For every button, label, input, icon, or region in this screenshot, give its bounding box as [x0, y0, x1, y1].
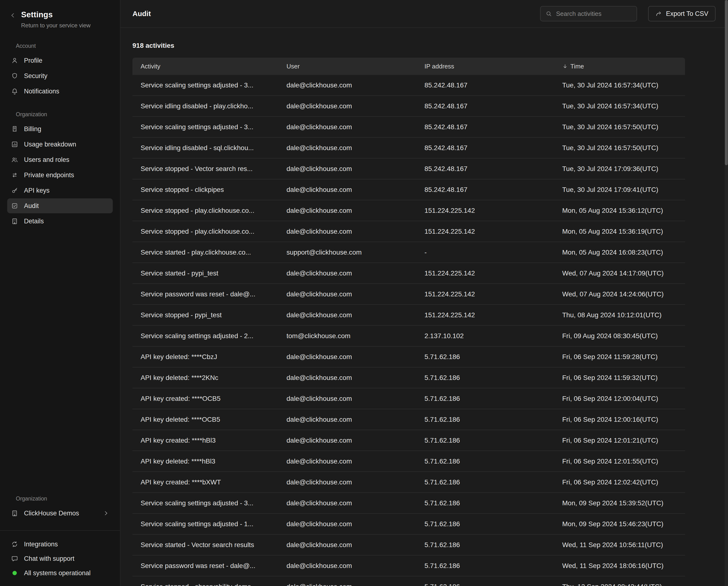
shield-icon [11, 72, 18, 79]
sidebar-item-label: Details [24, 218, 44, 225]
cell-ip-address: 151.224.225.142 [416, 228, 554, 235]
sidebar-item-users-and-roles[interactable]: Users and roles [7, 152, 113, 167]
audit-icon [11, 202, 18, 210]
cell-time: Fri, 06 Sep 2024 11:59:32(UTC) [554, 374, 685, 382]
sidebar-item-label: Security [24, 72, 48, 80]
cell-time: Wed, 07 Aug 2024 14:17:09(UTC) [554, 269, 685, 277]
cell-activity: API key created: ****bXWT [132, 479, 278, 486]
activities-count: 918 activities [132, 42, 728, 49]
sidebar-item-label: API keys [24, 187, 50, 194]
sidebar-item-details[interactable]: Details [7, 214, 113, 229]
cell-user: dale@clickhouse.com [278, 102, 416, 110]
cell-user: dale@clickhouse.com [278, 374, 416, 382]
cell-ip-address: 5.71.62.186 [416, 416, 554, 423]
table-row: Service scaling settings adjusted - 3...… [132, 75, 685, 96]
sidebar-subtitle: Return to your service view [21, 22, 90, 29]
sidebar-item-notifications[interactable]: Notifications [7, 84, 113, 99]
cell-activity: Service started - pypi_test [132, 269, 278, 277]
cell-time: Mon, 05 Aug 2024 15:36:19(UTC) [554, 228, 685, 235]
app: Settings Return to your service view Acc… [0, 0, 728, 586]
export-csv-button[interactable]: Export To CSV [648, 6, 716, 21]
table-row: API key deleted: ****OCB5dale@clickhouse… [132, 409, 685, 430]
sidebar-item-chat-with-support[interactable]: Chat with support [7, 552, 113, 566]
table-row: Service idling disabled - sql.clickhou..… [132, 138, 685, 158]
cell-user: dale@clickhouse.com [278, 186, 416, 194]
sidebar-item-all-systems-operational[interactable]: All systems operational [7, 566, 113, 580]
cell-activity: Service scaling settings adjusted - 2... [132, 332, 278, 340]
integrations-icon [11, 541, 18, 548]
user-icon [11, 57, 18, 64]
sidebar-item-security[interactable]: Security [7, 69, 113, 83]
cell-user: dale@clickhouse.com [278, 81, 416, 89]
cell-activity: Service started - Vector search results [132, 541, 278, 549]
sidebar-item-private-endpoints[interactable]: Private endpoints [7, 168, 113, 182]
cell-ip-address: 151.224.225.142 [416, 290, 554, 298]
cell-activity: API key deleted: ****OCB5 [132, 416, 278, 423]
users-icon [11, 156, 18, 163]
cell-activity: Service idling disabled - play.clickho..… [132, 102, 278, 110]
sidebar-item-label: Private endpoints [24, 171, 74, 179]
table-row: Service stopped - play.clickhouse.co...d… [132, 221, 685, 242]
cell-ip-address: 85.242.48.167 [416, 123, 554, 131]
sort-desc-icon [562, 64, 568, 69]
back-button[interactable] [9, 12, 16, 19]
cell-ip-address: 5.71.62.186 [416, 479, 554, 486]
cell-user: dale@clickhouse.com [278, 499, 416, 507]
cell-user: dale@clickhouse.com [278, 353, 416, 361]
cell-time: Fri, 06 Sep 2024 12:00:16(UTC) [554, 416, 685, 423]
table-row: Service scaling settings adjusted - 1...… [132, 514, 685, 535]
sidebar-item-label: Notifications [24, 88, 59, 95]
sidebar-item-label: Users and roles [24, 156, 69, 164]
cell-activity: Service stopped - Vector search res... [132, 165, 278, 173]
sidebar-item-audit[interactable]: Audit [7, 198, 113, 213]
table-row: Service stopped - pypi_testdale@clickhou… [132, 305, 685, 326]
cell-time: Mon, 09 Sep 2024 15:46:23(UTC) [554, 520, 685, 528]
table-row: Service password was reset - dale@...dal… [132, 556, 685, 577]
cell-time: Tue, 30 Jul 2024 17:09:41(UTC) [554, 186, 685, 194]
table-row: API key created: ****bXWTdale@clickhouse… [132, 472, 685, 493]
cell-user: dale@clickhouse.com [278, 416, 416, 423]
cell-user: dale@clickhouse.com [278, 541, 416, 549]
cell-ip-address: 85.242.48.167 [416, 144, 554, 152]
search-input[interactable] [556, 10, 632, 18]
cell-time: Wed, 11 Sep 2024 10:56:11(UTC) [554, 541, 685, 549]
column-header-ip-address[interactable]: IP address [416, 63, 554, 70]
billing-icon [11, 125, 18, 132]
cell-ip-address: 85.242.48.167 [416, 165, 554, 173]
cell-ip-address: 5.71.62.186 [416, 395, 554, 402]
table-row: Service idling disabled - play.clickho..… [132, 96, 685, 117]
sidebar-item-billing[interactable]: Billing [7, 122, 113, 137]
column-header-time[interactable]: Time [554, 63, 685, 70]
table-row: Service started - play.clickhouse.co...s… [132, 242, 685, 263]
org-switcher[interactable]: ClickHouse Demos [7, 506, 113, 521]
cell-ip-address: 5.71.62.186 [416, 458, 554, 465]
scrollbar[interactable] [725, 0, 728, 586]
export-icon [655, 10, 662, 17]
table-row: API key deleted: ****hBl3dale@clickhouse… [132, 451, 685, 472]
cell-activity: Service stopped - play.clickhouse.co... [132, 207, 278, 215]
org-building-icon [11, 510, 18, 517]
scrollbar-thumb[interactable] [725, 0, 728, 165]
cell-user: dale@clickhouse.com [278, 269, 416, 277]
cell-activity: Service started - play.clickhouse.co... [132, 249, 278, 256]
sidebar-item-usage-breakdown[interactable]: Usage breakdown [7, 137, 113, 152]
cell-user: dale@clickhouse.com [278, 437, 416, 444]
search-icon [545, 10, 552, 17]
sidebar-item-api-keys[interactable]: API keys [7, 183, 113, 198]
sidebar-item-profile[interactable]: Profile [7, 53, 113, 68]
cell-ip-address: 5.71.62.186 [416, 499, 554, 507]
cell-ip-address: 5.71.62.186 [416, 583, 554, 586]
cell-user: dale@clickhouse.com [278, 562, 416, 570]
cell-activity: Service stopped - pypi_test [132, 311, 278, 319]
column-header-activity[interactable]: Activity [132, 63, 278, 70]
cell-activity: API key deleted: ****hBl3 [132, 458, 278, 465]
org-section-label: Organization [16, 495, 120, 502]
sidebar-header: Settings Return to your service view [0, 0, 120, 29]
cell-time: Fri, 06 Sep 2024 12:00:04(UTC) [554, 395, 685, 402]
column-header-label: Time [570, 63, 584, 70]
cell-activity: Service stopped - observability-demo [132, 583, 278, 586]
usage-icon [11, 141, 18, 148]
cell-activity: Service stopped - play.clickhouse.co... [132, 228, 278, 235]
column-header-user[interactable]: User [278, 63, 416, 70]
sidebar-item-integrations[interactable]: Integrations [7, 537, 113, 552]
